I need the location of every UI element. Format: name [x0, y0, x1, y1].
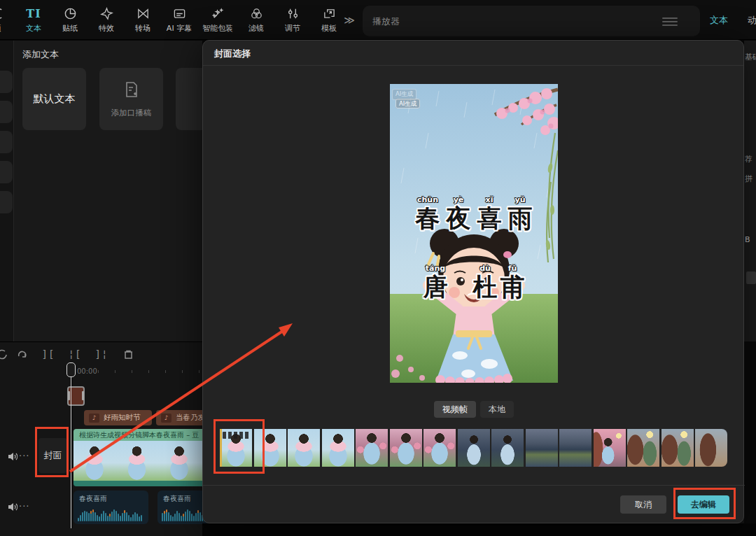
cover-button[interactable]: 封面 — [38, 438, 67, 473]
cover-thumbnail-14[interactable] — [662, 429, 694, 467]
redo-icon[interactable] — [8, 344, 35, 364]
adjust-icon — [286, 7, 300, 21]
poem-char: chūn春 — [416, 196, 440, 232]
cover-thumbnail-15[interactable] — [695, 429, 727, 467]
effects-icon — [99, 7, 113, 21]
toolbar-expand-button[interactable]: ≫ — [339, 0, 360, 40]
cover-thumbnail-2[interactable] — [254, 429, 286, 467]
right-fragment-recommend[interactable]: 荐 — [745, 154, 752, 164]
audio-waveform — [78, 506, 142, 521]
mute-video-track-icon[interactable] — [7, 451, 19, 465]
ruler-tick — [165, 370, 166, 373]
toolbar-item-label: 文本 — [26, 23, 41, 34]
cover-thumbnail-6[interactable] — [390, 429, 422, 467]
left-strip-item[interactable] — [0, 101, 13, 123]
cover-thumbnail-3[interactable] — [288, 429, 320, 467]
left-strip-item[interactable] — [0, 161, 13, 183]
cover-thumbnail-11[interactable] — [559, 429, 592, 467]
left-strip-item[interactable] — [0, 71, 13, 93]
right-tab-animation[interactable]: 动画 — [748, 14, 756, 27]
left-category-strip — [0, 41, 14, 341]
cover-preview-image: AI生成 AI生成 chūn春yè夜xǐ喜yǔ雨 táng唐dù杜fǔ甫 — [390, 84, 558, 383]
toolbar-item-audio[interactable]: 频 — [0, 0, 15, 40]
toolbar-item-transition[interactable]: 转场 — [125, 0, 161, 40]
toolbar-item-filter[interactable]: 滤镜 — [238, 0, 274, 40]
split-icon[interactable]: ][ — [35, 344, 62, 364]
poem-title-text: chūn春yè夜xǐ喜yǔ雨 — [390, 196, 558, 232]
undo-icon[interactable] — [0, 344, 8, 364]
ruler-tick — [115, 370, 115, 373]
audio-clip[interactable]: 春夜喜雨 — [74, 491, 148, 524]
cover-thumbnail-8[interactable] — [458, 429, 490, 467]
text-clip-label: 好雨知时节 — [104, 413, 141, 423]
playhead-handle[interactable] — [66, 362, 76, 377]
split-right-icon[interactable]: ]¦ — [88, 344, 115, 364]
timeline-ruler[interactable]: 00:00 — [0, 363, 202, 379]
go-edit-button[interactable]: 去编辑 — [678, 495, 729, 514]
mute-audio-track-icon[interactable] — [7, 502, 19, 515]
toolbar-item-adjust[interactable]: 调节 — [274, 0, 311, 40]
cover-thumbnail-5[interactable] — [356, 429, 388, 467]
left-strip-item[interactable] — [0, 131, 13, 153]
smart-package-icon — [211, 7, 225, 21]
toolbar-item-label: 模板 — [321, 23, 337, 34]
split-left-icon[interactable]: ¦[ — [62, 344, 88, 364]
frame-filmstrip — [220, 429, 729, 467]
delete-icon[interactable] — [115, 344, 141, 364]
ruler-tick — [182, 370, 183, 373]
dialog-header[interactable]: 封面选择 — [203, 41, 743, 66]
player-panel: 播放器 — [363, 6, 700, 36]
cover-thumbnail-7[interactable] — [424, 429, 456, 467]
filter-icon — [249, 7, 263, 21]
cover-thumbnail-9[interactable] — [491, 429, 524, 467]
audio-track-more-button[interactable]: ··· — [19, 501, 29, 512]
toolbar-item-label: 频 — [0, 23, 1, 34]
video-track-more-button[interactable]: ··· — [19, 451, 29, 461]
right-fragment-pin[interactable]: 拼 — [745, 174, 752, 184]
right-panel-sliver: 基础 荐 拼 B — [744, 41, 756, 341]
ruler-tick — [199, 370, 200, 373]
text-clip[interactable]: ♪好雨知时节 — [84, 410, 152, 425]
toolbar-item-ai-captions[interactable]: AI 字幕 — [161, 0, 197, 40]
right-fragment-swatch[interactable] — [746, 271, 756, 284]
toolbar-item-smart-package[interactable]: 智能包装 — [197, 0, 238, 40]
toolbar-item-label: 特效 — [99, 23, 114, 34]
video-frame-thumb — [158, 441, 200, 481]
cover-frame-chip[interactable] — [67, 386, 85, 406]
window-edge-bottom — [202, 523, 756, 536]
toolbar-item-effects[interactable]: 特效 — [88, 0, 125, 40]
right-tab-text[interactable]: 文本 — [710, 14, 728, 27]
template-icon — [322, 7, 336, 21]
dialog-divider — [203, 485, 745, 486]
toolbar-item-sticker[interactable]: 贴纸 — [52, 0, 88, 40]
add-text-header: 添加文本 — [22, 48, 59, 61]
right-panel-tabs: 文本动画 — [710, 0, 756, 40]
player-title: 播放器 — [372, 15, 400, 28]
tab-local[interactable]: 本地 — [480, 401, 514, 418]
cover-thumbnail-10[interactable] — [526, 429, 558, 467]
add-script-card[interactable]: 添加口播稿 — [99, 68, 163, 130]
toolbar-items: 频TI文本贴纸特效转场AI 字幕智能包装滤镜调节模板 — [0, 0, 347, 40]
cover-thumbnail-4[interactable] — [322, 429, 354, 467]
default-text-card[interactable]: 默认文本 — [22, 68, 86, 130]
video-editor-app: 频TI文本贴纸特效转场AI 字幕智能包装滤镜调节模板 ≫ 播放器 文本动画 添加… — [0, 0, 756, 536]
audio-clip-label: 春夜喜雨 — [79, 494, 107, 504]
toolbar-item-label: AI 字幕 — [167, 23, 192, 34]
toolbar-item-label: 贴纸 — [62, 23, 78, 34]
cancel-button[interactable]: 取消 — [620, 495, 666, 514]
text-icon: TI — [27, 7, 41, 21]
toolbar-item-label: 调节 — [285, 23, 300, 34]
player-menu-icon[interactable] — [662, 17, 678, 26]
cover-thumbnail-13[interactable] — [627, 429, 659, 467]
cover-thumbnail-1[interactable] — [220, 429, 252, 467]
tab-video-frames[interactable]: 视频帧 — [434, 401, 476, 418]
toolbar-item-label: 滤镜 — [248, 23, 264, 34]
poem-author-text: táng唐dù杜fǔ甫 — [390, 265, 558, 301]
toolbar-item-text[interactable]: TI文本 — [15, 0, 52, 40]
left-strip-item[interactable] — [0, 191, 13, 213]
poem-char: táng唐 — [424, 265, 448, 301]
add-script-label: 添加口播稿 — [111, 108, 152, 118]
cover-thumbnail-12[interactable] — [594, 429, 626, 467]
right-fragment-basic[interactable]: 基础 — [745, 52, 756, 62]
audio-clip-label: 春夜喜雨 — [163, 494, 191, 504]
